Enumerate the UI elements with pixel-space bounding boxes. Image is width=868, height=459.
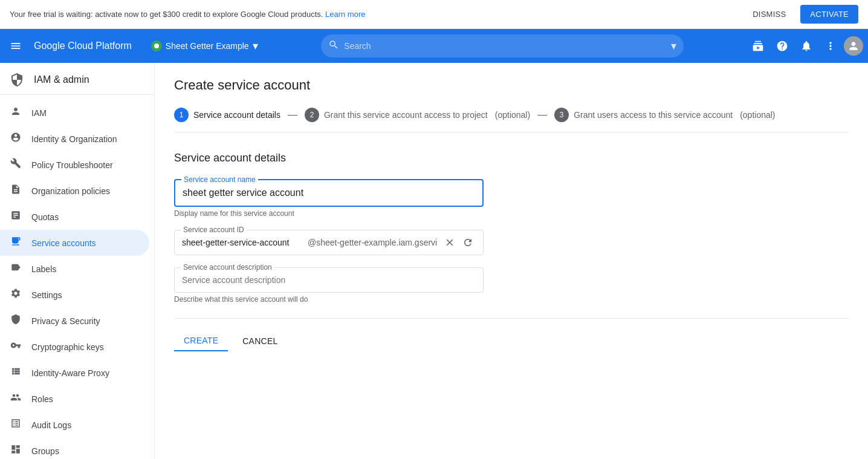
- step-divider-2: —: [537, 109, 547, 120]
- step-3-optional: (optional): [740, 110, 775, 120]
- sidebar-item-quotas[interactable]: Quotas: [0, 204, 149, 230]
- service-account-name-hint: Display name for this service account: [174, 209, 484, 218]
- cancel-button[interactable]: CANCEL: [233, 331, 287, 351]
- sidebar-item-audit-logs[interactable]: Audit Logs: [0, 412, 149, 438]
- top-nav: Google Cloud Platform Sheet Getter Examp…: [0, 29, 868, 63]
- list-alt-icon: [10, 418, 22, 432]
- group-icon: [10, 392, 22, 406]
- sidebar-item-label-policy-troubleshooter: Policy Troubleshooter: [31, 160, 113, 170]
- sidebar-header: IAM & admin: [0, 63, 154, 95]
- clear-id-button[interactable]: [442, 235, 458, 250]
- service-account-name-group: Service account name Display name for th…: [174, 179, 849, 218]
- step-3: 3 Grant users access to this service acc…: [554, 108, 775, 122]
- project-dot-icon: [151, 41, 162, 51]
- sidebar-item-policy-troubleshooter[interactable]: Policy Troubleshooter: [0, 152, 149, 178]
- hamburger-icon: [10, 40, 22, 52]
- activate-button[interactable]: ACTIVATE: [800, 5, 858, 24]
- refresh-icon: [462, 237, 473, 248]
- sidebar-item-label-cryptographic-keys: Cryptographic keys: [31, 342, 104, 352]
- sidebar-nav: IAM Identity & Organization Policy Troub…: [0, 95, 154, 459]
- project-name: Sheet Getter Example: [166, 41, 249, 51]
- person-icon: [10, 106, 22, 120]
- sidebar-item-label-org-policies: Organization policies: [31, 186, 110, 196]
- sidebar-item-label-identity-org: Identity & Organization: [31, 134, 117, 144]
- help-icon: [776, 40, 788, 52]
- notifications-icon: [800, 40, 812, 52]
- cloud-shell-button[interactable]: [747, 35, 769, 57]
- service-account-id-group: Service account ID @sheet-getter-example…: [174, 230, 849, 255]
- sidebar-item-iam[interactable]: IAM: [0, 100, 149, 126]
- refresh-id-button[interactable]: [460, 235, 476, 250]
- settings-icon: [10, 288, 22, 302]
- search-input[interactable]: [344, 41, 666, 51]
- clear-icon: [444, 237, 455, 248]
- banner-actions: DISMISS ACTIVATE: [745, 5, 858, 24]
- sidebar-item-label-quotas: Quotas: [31, 212, 59, 222]
- form-actions: CREATE CANCEL: [174, 318, 849, 351]
- form-section-title: Service account details: [174, 152, 849, 164]
- nav-left: Google Cloud Platform Sheet Getter Examp…: [5, 35, 263, 57]
- build-icon: [10, 158, 22, 172]
- service-account-description-field[interactable]: Service account description: [174, 267, 484, 293]
- sidebar-item-privacy-security[interactable]: Privacy & Security: [0, 308, 149, 334]
- sidebar-item-identity-org[interactable]: Identity & Organization: [0, 126, 149, 152]
- dismiss-button[interactable]: DISMISS: [745, 6, 793, 22]
- step-1-number: 1: [174, 108, 189, 122]
- step-2-optional: (optional): [495, 110, 530, 120]
- project-selector[interactable]: Sheet Getter Example ▾: [146, 37, 263, 55]
- sidebar-item-roles[interactable]: Roles: [0, 386, 149, 412]
- service-account-description-label: Service account description: [181, 263, 274, 272]
- search-expand-icon[interactable]: ▾: [671, 39, 676, 53]
- service-account-id-input[interactable]: [175, 230, 308, 255]
- sidebar-item-cryptographic-keys[interactable]: Cryptographic keys: [0, 334, 149, 360]
- sidebar-item-groups[interactable]: Groups: [0, 438, 149, 459]
- service-account-name-input[interactable]: [183, 187, 475, 198]
- sidebar-item-service-accounts[interactable]: Service accounts: [0, 230, 149, 256]
- sidebar-item-label-labels: Labels: [31, 264, 56, 274]
- step-3-label: Grant users access to this service accou…: [574, 110, 733, 120]
- hamburger-menu-button[interactable]: [5, 35, 27, 57]
- sidebar: IAM & admin IAM Identity & Organization: [0, 63, 155, 459]
- label-icon: [10, 262, 22, 276]
- receipt-icon: [10, 236, 22, 250]
- sidebar-item-label-service-accounts: Service accounts: [31, 238, 96, 248]
- sidebar-item-settings[interactable]: Settings: [0, 282, 149, 308]
- main-content: Create service account 1 Service account…: [155, 63, 868, 459]
- avatar[interactable]: [844, 36, 863, 56]
- step-2: 2 Grant this service account access to p…: [305, 108, 530, 122]
- sidebar-item-label-roles: Roles: [31, 394, 53, 404]
- more-options-button[interactable]: [820, 35, 841, 57]
- app-title: Google Cloud Platform: [34, 41, 132, 51]
- top-banner: Your free trial is waiting: activate now…: [0, 0, 868, 29]
- avatar-image: [844, 36, 863, 56]
- sidebar-item-label-settings: Settings: [31, 290, 62, 300]
- bar-chart-icon: [10, 210, 22, 224]
- service-account-name-label: Service account name: [181, 175, 258, 184]
- sidebar-item-labels[interactable]: Labels: [0, 256, 149, 282]
- service-account-name-field[interactable]: Service account name: [174, 179, 484, 207]
- chevron-down-icon: ▾: [253, 39, 258, 53]
- banner-learn-more[interactable]: Learn more: [325, 10, 365, 19]
- notifications-button[interactable]: [795, 35, 817, 57]
- step-2-label: Grant this service account access to pro…: [324, 110, 488, 120]
- step-2-number: 2: [305, 108, 319, 122]
- dashboard-icon: [10, 444, 22, 458]
- create-button[interactable]: CREATE: [174, 331, 228, 351]
- help-button[interactable]: [771, 35, 793, 57]
- nav-right: [747, 35, 863, 57]
- sidebar-item-org-policies[interactable]: Organization policies: [0, 178, 149, 204]
- cloud-shell-icon: [752, 40, 764, 52]
- service-account-id-field: Service account ID @sheet-getter-example…: [174, 230, 484, 255]
- sidebar-title: IAM & admin: [34, 74, 89, 85]
- search-bar-container[interactable]: ▾: [321, 34, 684, 57]
- banner-text: Your free trial is waiting: activate now…: [10, 10, 365, 19]
- account-circle-icon: [10, 132, 22, 146]
- service-account-description-input[interactable]: [175, 268, 483, 292]
- sidebar-item-identity-aware-proxy[interactable]: Identity-Aware Proxy: [0, 360, 149, 386]
- service-account-description-hint: Describe what this service account will …: [174, 295, 484, 304]
- iam-admin-icon: [10, 73, 24, 87]
- more-vert-icon: [824, 40, 837, 52]
- step-1: 1 Service account details: [174, 108, 280, 122]
- search-bar: ▾: [321, 34, 684, 57]
- step-divider-1: —: [288, 109, 297, 120]
